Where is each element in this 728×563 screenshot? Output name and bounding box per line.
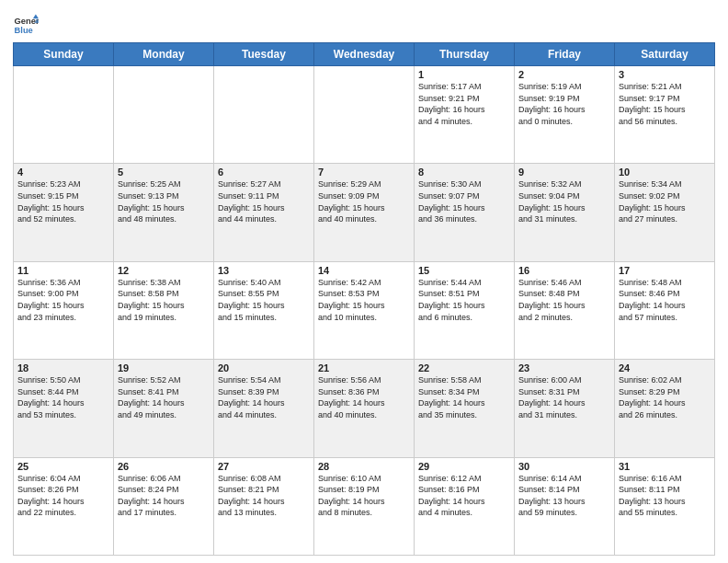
day-number: 25 [17,461,109,472]
calendar-cell: 26Sunrise: 6:06 AM Sunset: 8:24 PM Dayli… [114,457,214,555]
calendar-cell: 7Sunrise: 5:29 AM Sunset: 9:09 PM Daylig… [314,164,415,261]
calendar-cell: 24Sunrise: 6:02 AM Sunset: 8:29 PM Dayli… [615,360,715,457]
calendar-header-friday: Friday [515,43,615,66]
day-info: Sunrise: 5:36 AM Sunset: 9:00 PM Dayligh… [17,277,109,323]
day-number: 11 [17,265,109,276]
day-number: 9 [518,167,610,178]
calendar-cell: 20Sunrise: 5:54 AM Sunset: 8:39 PM Dayli… [214,360,314,457]
day-number: 15 [418,265,510,276]
calendar-header-tuesday: Tuesday [214,43,314,66]
calendar-cell [114,66,214,164]
day-info: Sunrise: 6:04 AM Sunset: 8:26 PM Dayligh… [17,473,109,519]
calendar-week-2: 4Sunrise: 5:23 AM Sunset: 9:15 PM Daylig… [14,164,715,261]
day-number: 6 [218,167,310,178]
calendar-cell: 23Sunrise: 6:00 AM Sunset: 8:31 PM Dayli… [515,360,615,457]
calendar-header-saturday: Saturday [615,43,715,66]
day-number: 7 [318,167,410,178]
day-info: Sunrise: 5:50 AM Sunset: 8:44 PM Dayligh… [17,374,109,420]
day-number: 21 [318,362,410,373]
day-info: Sunrise: 5:25 AM Sunset: 9:13 PM Dayligh… [118,178,210,224]
day-number: 27 [218,461,310,472]
logo: General Blue [13,13,39,39]
calendar-cell: 3Sunrise: 5:21 AM Sunset: 9:17 PM Daylig… [615,66,715,164]
calendar-cell: 27Sunrise: 6:08 AM Sunset: 8:21 PM Dayli… [214,457,314,555]
day-number: 22 [418,362,510,373]
calendar-week-3: 11Sunrise: 5:36 AM Sunset: 9:00 PM Dayli… [14,261,715,359]
day-number: 13 [218,265,310,276]
day-info: Sunrise: 5:30 AM Sunset: 9:07 PM Dayligh… [418,178,510,224]
calendar-cell: 22Sunrise: 5:58 AM Sunset: 8:34 PM Dayli… [415,360,515,457]
day-info: Sunrise: 5:27 AM Sunset: 9:11 PM Dayligh… [218,178,310,224]
day-number: 2 [518,69,610,80]
calendar-cell [14,66,114,164]
calendar-cell: 2Sunrise: 5:19 AM Sunset: 9:19 PM Daylig… [515,66,615,164]
calendar-cell: 19Sunrise: 5:52 AM Sunset: 8:41 PM Dayli… [114,360,214,457]
day-info: Sunrise: 5:32 AM Sunset: 9:04 PM Dayligh… [518,178,610,224]
day-info: Sunrise: 6:16 AM Sunset: 8:11 PM Dayligh… [619,473,711,519]
day-info: Sunrise: 6:02 AM Sunset: 8:29 PM Dayligh… [619,374,711,420]
calendar-cell: 9Sunrise: 5:32 AM Sunset: 9:04 PM Daylig… [515,164,615,261]
day-number: 23 [518,362,610,373]
calendar-week-4: 18Sunrise: 5:50 AM Sunset: 8:44 PM Dayli… [14,360,715,457]
day-info: Sunrise: 5:54 AM Sunset: 8:39 PM Dayligh… [218,374,310,420]
day-number: 16 [518,265,610,276]
header: General Blue [13,9,715,39]
calendar-header-thursday: Thursday [415,43,515,66]
day-info: Sunrise: 5:17 AM Sunset: 9:21 PM Dayligh… [418,81,510,127]
day-info: Sunrise: 5:58 AM Sunset: 8:34 PM Dayligh… [418,374,510,420]
day-number: 14 [318,265,410,276]
day-number: 12 [118,265,210,276]
calendar-cell: 10Sunrise: 5:34 AM Sunset: 9:02 PM Dayli… [615,164,715,261]
calendar-cell: 4Sunrise: 5:23 AM Sunset: 9:15 PM Daylig… [14,164,114,261]
day-number: 31 [619,461,711,472]
calendar-cell: 18Sunrise: 5:50 AM Sunset: 8:44 PM Dayli… [14,360,114,457]
calendar-cell: 8Sunrise: 5:30 AM Sunset: 9:07 PM Daylig… [415,164,515,261]
calendar-cell: 29Sunrise: 6:12 AM Sunset: 8:16 PM Dayli… [415,457,515,555]
day-info: Sunrise: 5:42 AM Sunset: 8:53 PM Dayligh… [318,277,410,323]
day-info: Sunrise: 5:19 AM Sunset: 9:19 PM Dayligh… [518,81,610,127]
day-info: Sunrise: 5:52 AM Sunset: 8:41 PM Dayligh… [118,374,210,420]
calendar-cell: 15Sunrise: 5:44 AM Sunset: 8:51 PM Dayli… [415,261,515,359]
calendar-cell [314,66,415,164]
day-number: 19 [118,362,210,373]
calendar-cell: 12Sunrise: 5:38 AM Sunset: 8:58 PM Dayli… [114,261,214,359]
calendar-week-1: 1Sunrise: 5:17 AM Sunset: 9:21 PM Daylig… [14,66,715,164]
day-info: Sunrise: 5:56 AM Sunset: 8:36 PM Dayligh… [318,374,410,420]
day-info: Sunrise: 6:10 AM Sunset: 8:19 PM Dayligh… [318,473,410,519]
day-info: Sunrise: 6:06 AM Sunset: 8:24 PM Dayligh… [118,473,210,519]
calendar-cell: 6Sunrise: 5:27 AM Sunset: 9:11 PM Daylig… [214,164,314,261]
calendar-cell: 13Sunrise: 5:40 AM Sunset: 8:55 PM Dayli… [214,261,314,359]
calendar-header-wednesday: Wednesday [314,43,415,66]
day-number: 24 [619,362,711,373]
day-info: Sunrise: 5:21 AM Sunset: 9:17 PM Dayligh… [619,81,711,127]
day-number: 5 [118,167,210,178]
calendar-header-row: SundayMondayTuesdayWednesdayThursdayFrid… [14,43,715,66]
day-info: Sunrise: 5:34 AM Sunset: 9:02 PM Dayligh… [619,178,711,224]
calendar-cell: 1Sunrise: 5:17 AM Sunset: 9:21 PM Daylig… [415,66,515,164]
day-number: 3 [619,69,711,80]
calendar-cell: 21Sunrise: 5:56 AM Sunset: 8:36 PM Dayli… [314,360,415,457]
day-info: Sunrise: 6:08 AM Sunset: 8:21 PM Dayligh… [218,473,310,519]
day-info: Sunrise: 5:44 AM Sunset: 8:51 PM Dayligh… [418,277,510,323]
day-info: Sunrise: 6:14 AM Sunset: 8:14 PM Dayligh… [518,473,610,519]
day-info: Sunrise: 5:46 AM Sunset: 8:48 PM Dayligh… [518,277,610,323]
calendar-cell: 16Sunrise: 5:46 AM Sunset: 8:48 PM Dayli… [515,261,615,359]
calendar-cell: 28Sunrise: 6:10 AM Sunset: 8:19 PM Dayli… [314,457,415,555]
day-info: Sunrise: 6:00 AM Sunset: 8:31 PM Dayligh… [518,374,610,420]
day-info: Sunrise: 5:38 AM Sunset: 8:58 PM Dayligh… [118,277,210,323]
calendar-week-5: 25Sunrise: 6:04 AM Sunset: 8:26 PM Dayli… [14,457,715,555]
day-number: 18 [17,362,109,373]
day-number: 30 [518,461,610,472]
calendar-table: SundayMondayTuesdayWednesdayThursdayFrid… [13,42,715,556]
calendar-cell: 17Sunrise: 5:48 AM Sunset: 8:46 PM Dayli… [615,261,715,359]
calendar-header-monday: Monday [114,43,214,66]
day-number: 26 [118,461,210,472]
calendar-cell: 30Sunrise: 6:14 AM Sunset: 8:14 PM Dayli… [515,457,615,555]
day-number: 17 [619,265,711,276]
calendar-cell: 14Sunrise: 5:42 AM Sunset: 8:53 PM Dayli… [314,261,415,359]
calendar-cell: 31Sunrise: 6:16 AM Sunset: 8:11 PM Dayli… [615,457,715,555]
day-info: Sunrise: 5:23 AM Sunset: 9:15 PM Dayligh… [17,178,109,224]
day-number: 28 [318,461,410,472]
svg-text:Blue: Blue [15,26,33,35]
day-number: 8 [418,167,510,178]
